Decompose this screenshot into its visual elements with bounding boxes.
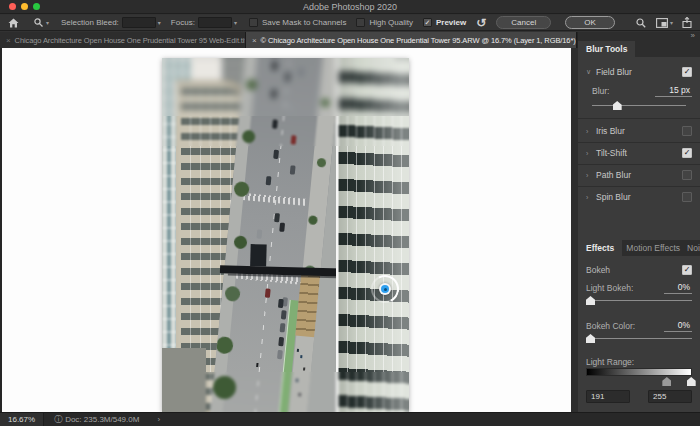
motion-effects-tab[interactable]: Motion Effects (622, 240, 684, 256)
tab-label: Chicago Architecture Open House One Prud… (15, 36, 246, 45)
light-range-max-value[interactable]: 255 (648, 390, 692, 403)
info-icon: ⓘ (54, 414, 62, 425)
spin-blur-checkbox[interactable] (682, 192, 692, 202)
preview-label: Preview (436, 18, 466, 27)
iris-blur-row[interactable]: › Iris Blur (586, 124, 692, 138)
preview-checkbox[interactable]: ✓ Preview (423, 18, 466, 27)
collapse-panel-icon[interactable]: » (691, 31, 695, 40)
high-quality-checkbox-box[interactable] (356, 18, 365, 27)
options-bar: ▾ Selection Bleed: ▾ Focus: ▾ Save Mask … (0, 15, 700, 31)
blur-pin-tool-icon[interactable] (33, 17, 44, 28)
save-mask-label: Save Mask to Channels (262, 18, 347, 27)
blur-amount-value[interactable]: 15 px (655, 85, 692, 97)
tab-web-edit-tif[interactable]: × Chicago Architecture Open House One Pr… (0, 32, 246, 48)
field-blur-label: Field Blur (596, 67, 632, 77)
canvas-area (0, 48, 578, 412)
light-bokeh-thumb[interactable] (586, 296, 595, 305)
light-bokeh-label: Light Bokeh: (586, 283, 633, 293)
canvas-right-gutter (571, 48, 578, 412)
bokeh-checkbox[interactable]: ✓ (682, 265, 692, 275)
ok-button[interactable]: OK (565, 16, 615, 29)
save-mask-checkbox[interactable]: Save Mask to Channels (249, 18, 347, 27)
bokeh-color-row: Bokeh Color: 0% (586, 319, 692, 333)
tilt-shift-disclosure-icon[interactable]: › (586, 150, 596, 157)
light-bokeh-value[interactable]: 0% (664, 282, 692, 294)
title-bar: Adobe Photoshop 2020 (0, 0, 700, 14)
tilt-shift-row[interactable]: › Tilt-Shift ✓ (586, 146, 692, 160)
tilt-shift-checkbox[interactable]: ✓ (682, 148, 692, 158)
tilt-shift-blur-bottom (162, 372, 409, 412)
status-chevron-icon[interactable]: › (157, 415, 160, 424)
share-icon[interactable] (682, 17, 692, 28)
window-title: Adobe Photoshop 2020 (0, 2, 700, 12)
bokeh-label: Bokeh (586, 265, 610, 275)
cancel-button[interactable]: Cancel (496, 16, 551, 29)
tab-label: © Chicago Architecture Open House One Pr… (261, 36, 577, 45)
tilt-shift-label: Tilt-Shift (596, 148, 627, 158)
blur-amount-label: Blur: (592, 86, 609, 96)
photoshop-window: Adobe Photoshop 2020 ▾ Selection Bleed: … (0, 0, 700, 426)
tilt-shift-blur-top-fade (162, 116, 409, 146)
blur-tools-panel-tab[interactable]: Blur Tools (578, 41, 635, 57)
path-blur-row[interactable]: › Path Blur (586, 168, 692, 182)
iris-blur-checkbox[interactable] (682, 126, 692, 136)
light-bokeh-row: Light Bokeh: 0% (586, 281, 692, 295)
status-bar: 16.67% ⓘ Doc: 235.3M/549.0M › (0, 412, 700, 426)
light-range-gradient[interactable] (586, 368, 692, 376)
document-photo (162, 58, 409, 412)
selection-bleed-caret-icon[interactable]: ▾ (158, 19, 161, 26)
focus-label: Focus: (171, 18, 195, 27)
spin-blur-disclosure-icon[interactable]: › (586, 194, 596, 201)
tab-arw-active[interactable]: × © Chicago Architecture Open House One … (246, 32, 577, 48)
bokeh-color-value[interactable]: 0% (664, 320, 692, 332)
screen-mode-icon[interactable] (656, 18, 668, 28)
blur-amount-row: Blur: 15 px (592, 84, 692, 98)
focus-input[interactable] (198, 17, 232, 28)
high-quality-checkbox[interactable]: High Quality (356, 18, 413, 27)
tilt-shift-blur-top (162, 58, 409, 116)
blur-pin[interactable] (371, 275, 399, 303)
iris-blur-disclosure-icon[interactable]: › (586, 128, 596, 135)
bokeh-color-label: Bokeh Color: (586, 321, 635, 331)
panel-collapse-strip: » (578, 32, 700, 41)
screen-mode-caret-icon[interactable]: ▾ (670, 19, 673, 26)
doc-size-info: ⓘ Doc: 235.3M/549.0M (54, 414, 139, 425)
tab-close-icon[interactable]: × (252, 36, 257, 45)
light-range-slider[interactable] (586, 376, 692, 385)
bokeh-color-thumb[interactable] (586, 334, 595, 343)
spin-blur-row[interactable]: › Spin Blur (586, 190, 692, 204)
path-blur-checkbox[interactable] (682, 170, 692, 180)
light-range-row: Light Range: (586, 355, 692, 369)
bokeh-row: Bokeh ✓ (586, 263, 692, 277)
home-icon[interactable] (8, 18, 19, 28)
doc-size-label: Doc: 235.3M/549.0M (65, 415, 139, 424)
save-mask-checkbox-box[interactable] (249, 18, 258, 27)
search-icon[interactable] (636, 18, 646, 28)
tab-close-icon[interactable]: × (6, 36, 11, 45)
selection-bleed-input[interactable] (122, 17, 156, 28)
light-bokeh-slider[interactable] (586, 295, 692, 305)
focus-caret-icon[interactable]: ▾ (234, 19, 237, 26)
light-range-max-thumb[interactable] (687, 377, 696, 386)
light-range-min-value[interactable]: 191 (586, 390, 630, 403)
tilt-shift-blur-bottom-fade (162, 346, 409, 372)
blur-amount-slider[interactable] (592, 100, 686, 110)
blur-gallery-panel: » Blur Tools ∨ Field Blur ✓ Blur: 15 px … (578, 32, 700, 412)
path-blur-label: Path Blur (596, 170, 631, 180)
field-blur-disclosure-icon[interactable]: ∨ (586, 68, 596, 76)
noise-tab[interactable]: Noise (684, 240, 700, 256)
bokeh-color-slider[interactable] (586, 333, 692, 343)
effects-tab[interactable]: Effects (578, 240, 622, 256)
path-blur-disclosure-icon[interactable]: › (586, 172, 596, 179)
field-blur-checkbox[interactable]: ✓ (682, 67, 692, 77)
zoom-level-field[interactable]: 16.67% (0, 413, 44, 426)
high-quality-label: High Quality (369, 18, 413, 27)
preview-checkbox-box[interactable]: ✓ (423, 18, 432, 27)
light-range-min-thumb[interactable] (662, 377, 671, 386)
photo-pedestrian-bridge (220, 265, 352, 276)
field-blur-row[interactable]: ∨ Field Blur ✓ (586, 65, 692, 79)
reset-icon[interactable]: ↺ (476, 18, 486, 28)
blur-slider-thumb[interactable] (613, 101, 622, 110)
tool-caret-icon[interactable]: ▾ (46, 19, 49, 26)
selection-bleed-label: Selection Bleed: (61, 18, 119, 27)
